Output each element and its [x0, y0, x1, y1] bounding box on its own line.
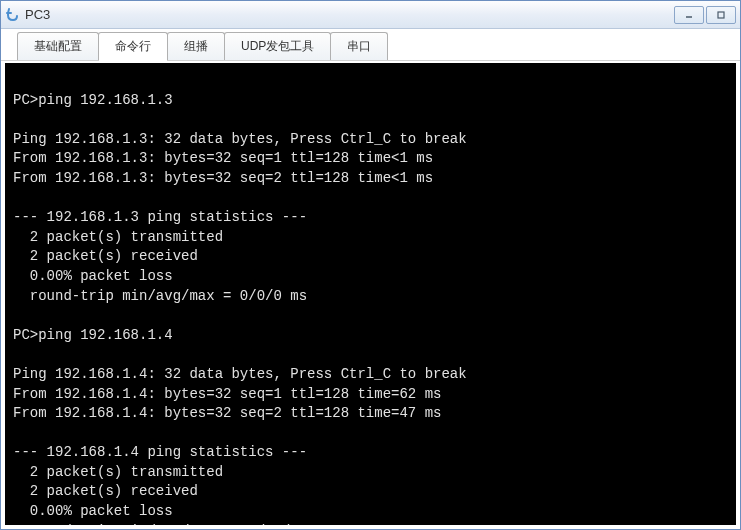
svg-rect-1 — [718, 12, 724, 18]
terminal-line — [13, 424, 728, 444]
app-window: PC3 基础配置 命令行 组播 UDP发包工具 串口 PC>ping 192.1… — [0, 0, 741, 530]
terminal-line: --- 192.168.1.3 ping statistics --- — [13, 208, 728, 228]
terminal-line: 0.00% packet loss — [13, 502, 728, 522]
terminal-line — [13, 110, 728, 130]
terminal-line: From 192.168.1.4: bytes=32 seq=1 ttl=128… — [13, 385, 728, 405]
tab-basic-config[interactable]: 基础配置 — [17, 32, 99, 60]
terminal-line: 2 packet(s) received — [13, 247, 728, 267]
app-icon — [5, 7, 21, 23]
minimize-button[interactable] — [674, 6, 704, 24]
terminal-line: 2 packet(s) received — [13, 482, 728, 502]
terminal-line: round-trip min/avg/max = 0/0/0 ms — [13, 287, 728, 307]
terminal-line: From 192.168.1.4: bytes=32 seq=2 ttl=128… — [13, 404, 728, 424]
maximize-button[interactable] — [706, 6, 736, 24]
terminal-line: From 192.168.1.3: bytes=32 seq=1 ttl=128… — [13, 149, 728, 169]
terminal-line — [13, 189, 728, 209]
tab-multicast[interactable]: 组播 — [167, 32, 225, 60]
tab-command-line[interactable]: 命令行 — [98, 32, 168, 61]
terminal-line: PC>ping 192.168.1.3 — [13, 91, 728, 111]
tab-serial[interactable]: 串口 — [330, 32, 388, 60]
terminal[interactable]: PC>ping 192.168.1.3 Ping 192.168.1.3: 32… — [1, 61, 740, 529]
titlebar[interactable]: PC3 — [1, 1, 740, 29]
terminal-line: --- 192.168.1.4 ping statistics --- — [13, 443, 728, 463]
window-title: PC3 — [25, 7, 672, 22]
terminal-line: 0.00% packet loss — [13, 267, 728, 287]
terminal-line: round-trip min/avg/max = 47/54/62 ms — [13, 522, 728, 529]
terminal-line — [13, 345, 728, 365]
terminal-line: 2 packet(s) transmitted — [13, 228, 728, 248]
window-controls — [672, 6, 736, 24]
terminal-line: 2 packet(s) transmitted — [13, 463, 728, 483]
terminal-line: Ping 192.168.1.3: 32 data bytes, Press C… — [13, 130, 728, 150]
tab-udp-tool[interactable]: UDP发包工具 — [224, 32, 331, 60]
terminal-line — [13, 71, 728, 91]
terminal-line: Ping 192.168.1.4: 32 data bytes, Press C… — [13, 365, 728, 385]
terminal-line — [13, 306, 728, 326]
tabbar: 基础配置 命令行 组播 UDP发包工具 串口 — [1, 29, 740, 61]
terminal-line: From 192.168.1.3: bytes=32 seq=2 ttl=128… — [13, 169, 728, 189]
terminal-line: PC>ping 192.168.1.4 — [13, 326, 728, 346]
